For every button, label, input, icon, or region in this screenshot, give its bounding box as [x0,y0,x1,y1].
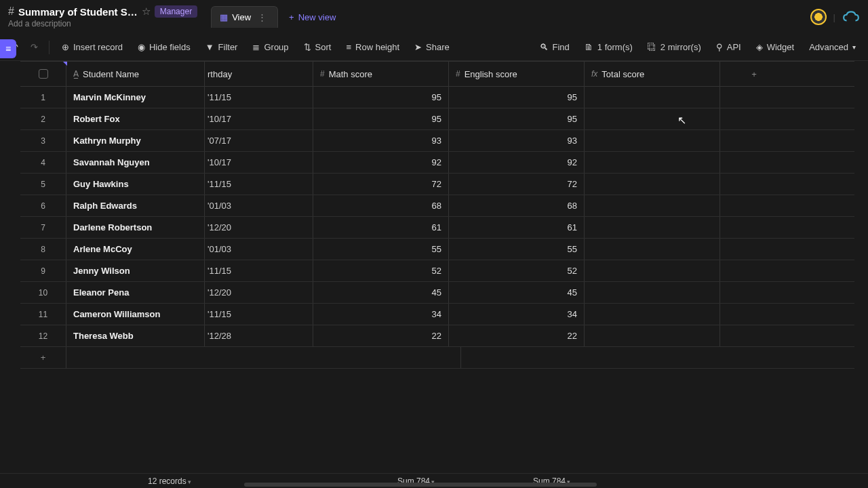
cell-name[interactable]: Ralph Edwards [66,195,205,216]
table-row[interactable]: 1Marvin McKinney'11/159595 [20,87,854,108]
column-header-name[interactable]: A̲Student Name [66,62,205,86]
cell-total[interactable] [585,325,720,346]
select-all-cell[interactable] [20,62,66,86]
table-row[interactable]: 2Robert Fox'10/179595 [20,108,854,130]
table-row[interactable]: 3Kathryn Murphy'07/179393 [20,130,854,152]
cell-total[interactable] [585,239,720,260]
cell-total[interactable] [585,282,720,303]
cell-english[interactable]: 52 [449,260,585,281]
sidebar-toggle[interactable]: ≡ [0,39,16,58]
cell-math[interactable]: 61 [313,217,449,238]
row-number[interactable]: 2 [20,108,66,129]
row-number[interactable]: 11 [20,304,66,325]
cell-name[interactable]: Jenny Wilson [66,260,205,281]
cell-english[interactable]: 95 [449,87,585,108]
api-button[interactable]: ⚲API [709,38,748,56]
view-tab[interactable]: ▦ View ⋮ [211,6,278,28]
insert-record-button[interactable]: ⊕Insert record [55,38,130,56]
cell-birthday[interactable]: '10/17 [205,152,313,173]
cell-birthday[interactable]: '01/03 [205,239,313,260]
row-number[interactable]: 10 [20,282,66,303]
column-header-english[interactable]: #English score [449,62,585,86]
cell-english[interactable]: 34 [449,304,585,325]
sort-button[interactable]: ⇅Sort [297,38,338,56]
cell-name[interactable]: Darlene Robertson [66,217,205,238]
cell-english[interactable]: 45 [449,282,585,303]
row-number[interactable]: 4 [20,152,66,173]
cell-name[interactable]: Robert Fox [66,108,205,129]
description-placeholder[interactable]: Add a description [8,19,197,28]
cell-math[interactable]: 95 [313,87,449,108]
cell-math[interactable]: 93 [313,130,449,151]
cell-name[interactable]: Guy Hawkins [66,174,205,195]
mirrors-button[interactable]: ⿻2 mirror(s) [641,38,708,56]
widget-button[interactable]: ◈Widget [749,38,801,56]
hide-fields-button[interactable]: ◉Hide fields [131,38,197,56]
cell-total[interactable] [585,152,720,173]
avatar[interactable] [810,9,827,25]
cell-total[interactable] [585,130,720,151]
cell-math[interactable]: 22 [313,325,449,346]
record-count[interactable]: 12 records▾ [148,476,191,486]
cell-name[interactable]: Theresa Webb [66,325,205,346]
cell-math[interactable]: 68 [313,195,449,216]
row-number[interactable]: 1 [20,87,66,108]
cell-total[interactable] [585,87,720,108]
sync-cloud-icon[interactable] [842,10,860,24]
cell-english[interactable]: 72 [449,174,585,195]
advanced-button[interactable]: Advanced▾ [802,38,863,56]
cell-birthday[interactable]: '11/15 [205,260,313,281]
find-button[interactable]: 🔍︎Find [533,38,576,56]
cell-english[interactable]: 68 [449,195,585,216]
cell-english[interactable]: 95 [449,108,585,129]
cell-total[interactable] [585,304,720,325]
redo-button[interactable]: ↷ [25,38,43,56]
row-number[interactable]: 5 [20,174,66,195]
cell-total[interactable] [585,108,720,129]
cell-math[interactable]: 52 [313,260,449,281]
cell-name[interactable]: Cameron Williamson [66,304,205,325]
group-button[interactable]: ≣Group [245,38,295,56]
add-column-button[interactable]: + [720,62,788,86]
cell-birthday[interactable]: '11/15 [205,174,313,195]
cell-english[interactable]: 61 [449,217,585,238]
table-row[interactable]: 6Ralph Edwards'01/036868 [20,195,854,217]
column-header-math[interactable]: #Math score [313,62,449,86]
cell-english[interactable]: 55 [449,239,585,260]
column-header-total[interactable]: fxTotal score [585,62,720,86]
table-row[interactable]: 11Cameron Williamson'11/153434 [20,304,854,325]
share-button[interactable]: ➤Share [408,38,456,56]
row-number[interactable]: 6 [20,195,66,216]
add-row[interactable]: + [20,347,854,369]
table-row[interactable]: 4Savannah Nguyen'10/179292 [20,152,854,174]
table-row[interactable]: 7Darlene Robertson'12/206161 [20,217,854,239]
cell-birthday[interactable]: '01/03 [205,195,313,216]
cell-birthday[interactable]: '12/20 [205,282,313,303]
tab-menu-icon[interactable]: ⋮ [255,12,269,22]
cell-name[interactable]: Kathryn Murphy [66,130,205,151]
cell-english[interactable]: 22 [449,325,585,346]
select-all-checkbox[interactable] [39,69,48,79]
column-header-birthday[interactable]: rthday [205,62,313,86]
table-row[interactable]: 9Jenny Wilson'11/155252 [20,260,854,282]
table-row[interactable]: 8Arlene McCoy'01/035555 [20,239,854,260]
row-number[interactable]: 7 [20,217,66,238]
cell-name[interactable]: Eleanor Pena [66,282,205,303]
row-number[interactable]: 9 [20,260,66,281]
cell-name[interactable]: Marvin McKinney [66,87,205,108]
row-number[interactable]: 3 [20,130,66,151]
new-view-button[interactable]: + New view [281,7,344,28]
cell-name[interactable]: Arlene McCoy [66,239,205,260]
cell-math[interactable]: 34 [313,304,449,325]
cell-english[interactable]: 92 [449,152,585,173]
row-height-button[interactable]: ≡Row height [339,38,406,56]
cell-birthday[interactable]: '12/28 [205,325,313,346]
cell-birthday[interactable]: '11/15 [205,87,313,108]
star-icon[interactable]: ☆ [142,5,151,18]
cell-math[interactable]: 92 [313,152,449,173]
cell-birthday[interactable]: '07/17 [205,130,313,151]
cell-english[interactable]: 93 [449,130,585,151]
cell-total[interactable] [585,195,720,216]
cell-birthday[interactable]: '12/20 [205,217,313,238]
cell-math[interactable]: 45 [313,282,449,303]
